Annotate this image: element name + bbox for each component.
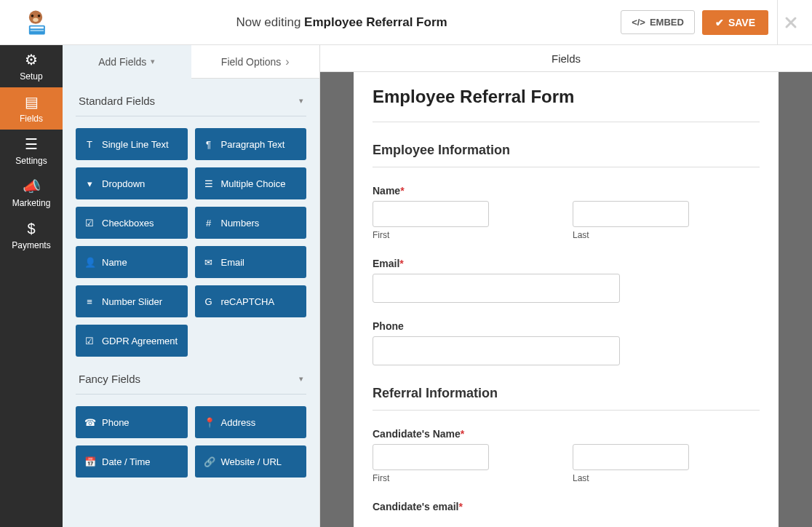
field-candidate-name[interactable]: Candidate's Name* First Last <box>373 428 760 483</box>
section-fancy-fields[interactable]: Fancy Fields <box>76 357 306 395</box>
section-employee-info: Employee Information <box>373 143 760 167</box>
field-multiple-choice[interactable]: ☰Multiple Choice <box>195 167 307 199</box>
tab-field-options[interactable]: Field Options <box>191 45 320 79</box>
chevron-down-icon <box>299 96 303 106</box>
google-icon: G <box>204 296 214 307</box>
save-button[interactable]: ✔ SAVE <box>702 10 768 35</box>
nav-setup[interactable]: ⚙ Setup <box>0 45 63 87</box>
check-icon: ✔ <box>715 17 724 28</box>
cand-last-name-input[interactable] <box>573 444 689 470</box>
first-name-input[interactable] <box>373 201 489 227</box>
tab-field-options-label: Field Options <box>221 56 281 68</box>
tab-add-fields-label: Add Fields <box>98 56 146 68</box>
required-mark: * <box>458 501 462 512</box>
dropdown-icon: ▾ <box>84 178 95 189</box>
field-candidate-email[interactable]: Candidate's email* <box>373 501 760 512</box>
panel-tabs: Add Fields Field Options <box>63 45 319 79</box>
svg-point-1 <box>31 15 34 17</box>
field-employee-email[interactable]: Email* <box>373 258 760 303</box>
chevron-right-icon <box>285 55 289 68</box>
field-recaptcha[interactable]: GreCAPTCHA <box>195 285 307 317</box>
section-standard-fields[interactable]: Standard Fields <box>76 79 306 116</box>
field-email[interactable]: ✉Email <box>195 246 307 278</box>
svg-rect-6 <box>31 30 44 31</box>
phone-input[interactable] <box>373 336 620 365</box>
nav-payments[interactable]: $ Payments <box>0 214 63 256</box>
dollar-icon: $ <box>27 221 35 237</box>
phone-icon: ☎ <box>84 417 95 428</box>
app-logo <box>9 7 63 39</box>
map-pin-icon: 📍 <box>204 417 214 428</box>
bullhorn-icon: 📣 <box>23 178 41 195</box>
tab-add-fields[interactable]: Add Fields <box>63 45 191 79</box>
nav-payments-label: Payments <box>12 240 50 250</box>
svg-rect-5 <box>31 26 44 28</box>
panel-scroll[interactable]: Standard Fields TSingle Line Text ¶Parag… <box>63 79 319 527</box>
close-icon <box>784 16 797 29</box>
field-date-time[interactable]: 📅Date / Time <box>76 445 188 478</box>
list-icon: ☰ <box>204 178 214 189</box>
last-name-input[interactable] <box>573 201 689 227</box>
field-numbers[interactable]: #Numbers <box>195 207 307 239</box>
hash-icon: # <box>204 218 214 229</box>
fancy-fields-grid: ☎Phone 📍Address 📅Date / Time 🔗Website / … <box>76 406 306 478</box>
field-phone[interactable]: ☎Phone <box>76 406 188 438</box>
nav-marketing[interactable]: 📣 Marketing <box>0 172 63 214</box>
embed-icon: </> <box>632 17 645 28</box>
app-body: ⚙ Setup ▤ Fields ☰ Settings 📣 Marketing … <box>0 45 812 527</box>
form-title: Employee Referral Form <box>373 87 760 122</box>
paragraph-icon: ¶ <box>204 139 214 150</box>
section-fancy-label: Fancy Fields <box>79 373 140 385</box>
cand-first-sublabel: First <box>373 473 560 483</box>
cand-first-name-input[interactable] <box>373 444 489 470</box>
close-button[interactable] <box>777 0 803 45</box>
required-mark: * <box>400 185 404 197</box>
field-employee-phone[interactable]: Phone <box>373 320 760 365</box>
svg-point-3 <box>33 17 38 22</box>
preview-scroll[interactable]: Employee Referral Form Employee Informat… <box>320 72 812 527</box>
embed-button[interactable]: </> EMBED <box>621 10 695 34</box>
field-number-slider[interactable]: ≡Number Slider <box>76 285 188 317</box>
form-preview: Employee Referral Form Employee Informat… <box>354 72 779 527</box>
field-checkboxes[interactable]: ☑Checkboxes <box>76 207 188 239</box>
phone-label: Phone <box>373 320 404 332</box>
sliders-icon: ☰ <box>25 135 38 153</box>
cand-last-sublabel: Last <box>573 473 760 483</box>
save-label: SAVE <box>728 17 755 28</box>
email-label: Email <box>373 258 399 269</box>
section-standard-label: Standard Fields <box>79 95 155 107</box>
top-bar: Now editing Employee Referral Form </> E… <box>0 0 812 45</box>
field-gdpr-agreement[interactable]: ☑GDPR Agreement <box>76 325 188 357</box>
embed-label: EMBED <box>650 17 684 28</box>
field-single-line-text[interactable]: TSingle Line Text <box>76 128 188 160</box>
field-employee-name[interactable]: Name* First Last <box>373 185 760 240</box>
required-mark: * <box>399 258 403 269</box>
now-editing-text: Now editing <box>236 15 301 29</box>
field-name[interactable]: 👤Name <box>76 246 188 278</box>
field-website-url[interactable]: 🔗Website / URL <box>195 445 307 478</box>
field-address[interactable]: 📍Address <box>195 406 307 438</box>
svg-point-0 <box>29 10 42 23</box>
text-icon: T <box>84 139 95 150</box>
user-icon: 👤 <box>84 257 95 268</box>
form-name-text: Employee Referral Form <box>304 15 447 29</box>
fields-panel: Add Fields Field Options Standard Fields… <box>63 45 320 527</box>
nav-settings[interactable]: ☰ Settings <box>0 130 63 172</box>
chevron-down-icon <box>151 57 155 66</box>
preview-panel: Fields Employee Referral Form Employee I… <box>320 45 812 527</box>
preview-header-label: Fields <box>552 52 581 65</box>
svg-point-2 <box>38 15 41 17</box>
cand-name-label: Candidate's Name <box>373 428 461 440</box>
field-paragraph-text[interactable]: ¶Paragraph Text <box>195 128 307 160</box>
check-square-icon: ☑ <box>84 336 95 346</box>
nav-fields[interactable]: ▤ Fields <box>0 87 63 130</box>
chevron-down-icon <box>299 374 303 384</box>
calendar-icon: 📅 <box>84 456 95 467</box>
email-input[interactable] <box>373 274 620 303</box>
last-sublabel: Last <box>573 230 760 240</box>
link-icon: 🔗 <box>204 456 214 467</box>
field-dropdown[interactable]: ▾Dropdown <box>76 167 188 199</box>
preview-header: Fields <box>320 45 812 72</box>
section-referral-info: Referral Information <box>373 386 760 411</box>
name-label: Name <box>373 185 400 197</box>
